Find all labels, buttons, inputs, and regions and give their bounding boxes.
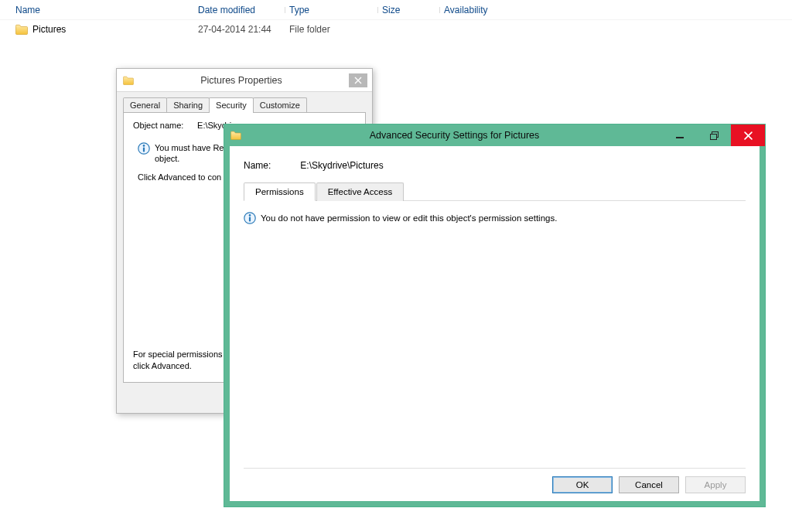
list-item-date: 27-04-2014 21:44 [198, 24, 285, 35]
cancel-button[interactable]: Cancel [619, 476, 679, 493]
list-item-type: File folder [285, 24, 377, 35]
column-header-name[interactable]: Name [15, 5, 198, 15]
name-label: Name: [244, 160, 298, 171]
object-name-label: Object name: [133, 121, 195, 130]
advanced-tabs: Permissions Effective Access [244, 182, 746, 201]
object-name-line: Name: E:\Skydrive\Pictures [244, 160, 746, 171]
restore-icon [710, 131, 719, 140]
explorer-list: Name Date modified Type Size Availabilit… [0, 0, 792, 39]
close-icon [354, 77, 362, 84]
close-button[interactable] [731, 124, 765, 146]
name-value: E:\Skydrive\Pictures [300, 160, 383, 171]
tab-effective-access[interactable]: Effective Access [316, 182, 405, 201]
column-header-date[interactable]: Date modified [198, 5, 285, 15]
maximize-button[interactable] [697, 124, 731, 146]
column-header-row: Name Date modified Type Size Availabilit… [0, 0, 792, 20]
folder-icon [15, 24, 28, 35]
column-header-type[interactable]: Type [285, 5, 377, 15]
tab-customize[interactable]: Customize [253, 97, 307, 113]
info-icon [244, 212, 256, 224]
permission-denied-text: You do not have permission to view or ed… [261, 213, 557, 223]
advanced-security-window: Advanced Security Settings for Pictures … [224, 124, 766, 507]
folder-icon [123, 76, 134, 85]
tab-permissions[interactable]: Permissions [244, 182, 316, 201]
minimize-button[interactable] [663, 124, 697, 146]
properties-tabs: General Sharing Security Customize [117, 92, 372, 112]
tab-security[interactable]: Security [209, 97, 254, 113]
advanced-title: Advanced Security Settings for Pictures [246, 130, 663, 141]
permission-denied-message: You do not have permission to view or ed… [244, 212, 746, 224]
column-header-availability[interactable]: Availability [439, 5, 548, 15]
tab-general[interactable]: General [123, 97, 167, 113]
ok-button[interactable]: OK [552, 476, 613, 493]
properties-title: Pictures Properties [140, 75, 343, 86]
apply-button[interactable]: Apply [685, 476, 746, 493]
advanced-titlebar[interactable]: Advanced Security Settings for Pictures [224, 124, 765, 146]
tab-sharing[interactable]: Sharing [166, 97, 210, 113]
close-icon [744, 131, 753, 140]
properties-titlebar[interactable]: Pictures Properties [117, 69, 372, 92]
dialog-button-bar: OK Cancel Apply [244, 468, 746, 493]
close-button[interactable] [349, 73, 367, 87]
list-item[interactable]: Pictures 27-04-2014 21:44 File folder [0, 20, 792, 39]
folder-icon [230, 131, 241, 140]
list-item-name: Pictures [32, 24, 66, 35]
column-header-size[interactable]: Size [377, 5, 439, 15]
info-icon [138, 142, 150, 155]
